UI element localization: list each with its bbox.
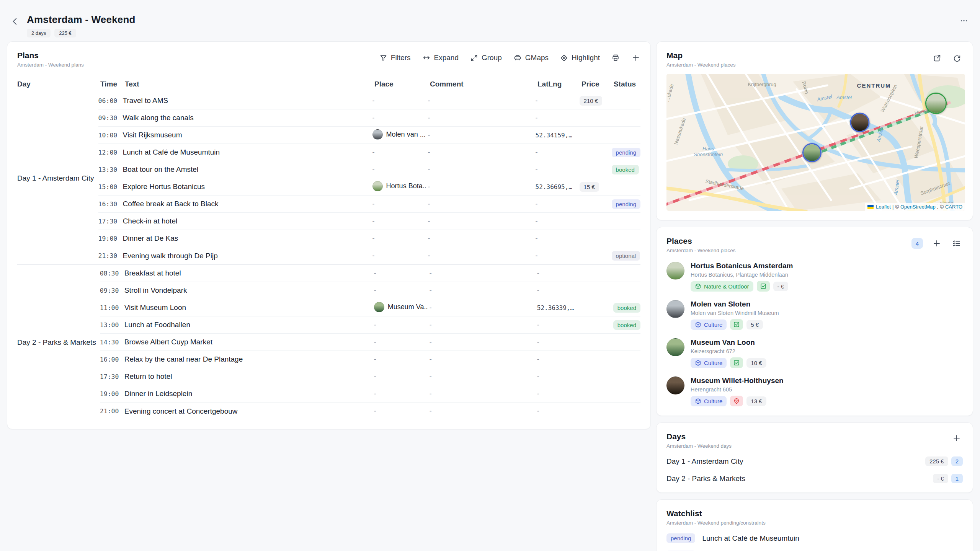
map-fullscreen-button[interactable] [931,52,943,64]
plan-price-cell: 15 € [580,182,612,192]
plan-place-cell: - [372,166,428,174]
plan-time: 19:00 [100,390,124,398]
watchlist-item[interactable]: pendingLunch at Café de Museumtuin [666,533,963,543]
places-card: Places Amsterdam - Weekend places 4 Hort… [656,227,973,416]
plan-place-cell: - [374,338,430,346]
plan-row[interactable]: 09:30Stroll in Vondelpark--- [100,282,640,299]
plan-latlng: - [536,217,580,225]
plan-row[interactable]: 13:00Lunch at Foodhallen---booked [100,316,640,334]
place-info: Hortus Botanicus AmsterdamHortus Botanic… [691,262,793,292]
plan-time: 17:30 [100,373,124,380]
plans-card: Plans Amsterdam - Weekend plans FiltersE… [7,41,651,429]
highlight-button[interactable]: Highlight [560,54,600,62]
plan-row[interactable]: 15:00Explore Hortus BotanicusHortus Bota… [98,178,640,196]
cube-icon [695,321,701,328]
place-chip-label: Museum Va... [388,303,428,311]
plan-place-cell: - [372,235,428,243]
group-button[interactable]: Group [470,54,502,62]
places-list-view-button[interactable] [951,237,963,249]
place-list-item[interactable]: Molen van SlotenMolen van Sloten Windmil… [666,300,963,330]
plan-comment: - [428,252,536,260]
add-place-button[interactable] [931,237,943,249]
leaflet-link[interactable]: Leaflet [876,204,891,210]
category-label: Culture [704,360,722,366]
plan-text: Dinner at De Kas [123,234,372,243]
place-address: Molen van Sloten Windmill Museum [691,310,779,316]
cube-icon [695,398,701,404]
place-tags: Culture5 € [691,319,779,330]
plans-table: DayTimeTextPlaceCommentLatLngPriceStatus… [17,76,640,420]
empty-place: - [372,114,375,122]
plan-row[interactable]: 21:30Evening walk through De Pijp---opti… [98,247,640,264]
plan-time: 13:30 [98,166,123,173]
filters-button[interactable]: Filters [379,54,411,62]
plan-row[interactable]: 13:30Boat tour on the Amstel---booked [98,161,640,178]
day-list-item[interactable]: Day 1 - Amsterdam City225 €2 [666,456,963,466]
plan-place-cell: - [372,148,428,156]
plan-row[interactable]: 16:30Coffee break at Back to Black---pen… [98,196,640,213]
place-chip[interactable]: Hortus Bota... [372,181,426,191]
osm-copyright: © [895,204,899,210]
place-address: Herengracht 605 [691,386,784,393]
marker-photo [804,144,820,161]
map-refresh-button[interactable] [951,52,963,64]
plan-row[interactable]: 11:00Visit Museum LoonMuseum Va...-52.36… [100,299,640,316]
plan-row[interactable]: 06:00Travel to AMS---210 € [98,92,640,109]
plan-row[interactable]: 12:00Lunch at Café de Museumtuin---pendi… [98,144,640,161]
carto-link[interactable]: CARTO [945,204,962,210]
plan-row[interactable]: 17:30Check-in at hotel--- [98,213,640,230]
watchlist-card: Watchlist Amsterdam - Weekend pending/co… [656,499,973,551]
day-list-item[interactable]: Day 2 - Parks & Markets- €1 [666,474,963,483]
place-price-badge: - € [773,282,789,291]
plan-comment: - [430,304,537,312]
place-list-item[interactable]: Museum Van LoonKeizersgracht 672Culture1… [666,338,963,368]
plan-row[interactable]: 19:00Dinner in Leidseplein--- [100,385,640,403]
map-pin-icon [733,398,740,404]
place-tags: Culture13 € [691,396,784,406]
expand-button[interactable]: Expand [422,54,459,62]
plan-row[interactable]: 16:00Relax by the canal near De Plantage… [100,351,640,368]
place-chip[interactable]: Molen van ... [372,129,426,140]
day-label: Day 2 - Parks & Markets [666,474,745,483]
refresh-icon [953,54,961,62]
plan-time: 13:00 [100,321,124,329]
map-canvas[interactable]: KrijtbergbrugRokinAmstelAmstelCENTRUMWat… [666,74,965,211]
add-day-button[interactable] [951,432,963,444]
plan-status-cell: pending [612,199,640,209]
plan-row[interactable]: 10:00Visit RijksmuseumMolen van ...-52.3… [98,127,640,144]
more-menu-button[interactable] [959,16,969,25]
plan-row[interactable]: 14:30Browse Albert Cuyp Market--- [100,334,640,351]
place-list-item[interactable]: Hortus Botanicus AmsterdamHortus Botanic… [666,262,963,292]
map-marker-hortus-botanicus[interactable] [925,93,947,114]
place-chip[interactable]: Museum Va... [374,302,428,312]
plan-row[interactable]: 17:30Return to hotel--- [100,368,640,385]
category-label: Culture [704,322,722,328]
plan-text: Lunch at Foodhallen [124,321,374,329]
plan-latlng: - [537,390,581,398]
plan-time: 16:30 [98,201,123,208]
empty-place: - [372,97,375,104]
map-attribution: Leaflet | © OpenStreetMap, © CARTO [865,203,965,211]
gmaps-button[interactable]: GMaps [513,54,549,62]
add-plan-button[interactable] [631,53,640,62]
plan-row[interactable]: 19:00Dinner at De Kas--- [98,230,640,247]
openstreetmap-link[interactable]: OpenStreetMap [900,204,936,210]
print-button[interactable] [611,54,620,62]
plan-row[interactable]: 09:30Walk along the canals--- [98,109,640,127]
status-badge: pending [612,199,640,209]
plan-row[interactable]: 21:00Evening concert at Concertgebouw--- [100,403,640,420]
visited-check-badge [757,281,770,292]
toolbar-label: Filters [391,54,411,62]
column-header-comment: Comment [430,80,537,88]
empty-place: - [374,390,376,398]
plan-row[interactable]: 08:30Breakfast at hotel--- [100,265,640,282]
place-list-item[interactable]: Museum Willet-HolthuysenHerengracht 605C… [666,377,963,406]
map-marker-museum-van-loon[interactable] [802,143,822,162]
map-marker-museum-willet-holthuysen[interactable] [850,113,870,132]
plan-place-cell: - [374,269,430,277]
day-label: Day 1 - Amsterdam City [666,457,743,466]
day-badges: - €1 [933,474,963,483]
places-count-badge: 4 [911,238,923,249]
plan-latlng: - [537,287,581,295]
back-button[interactable] [10,15,24,28]
